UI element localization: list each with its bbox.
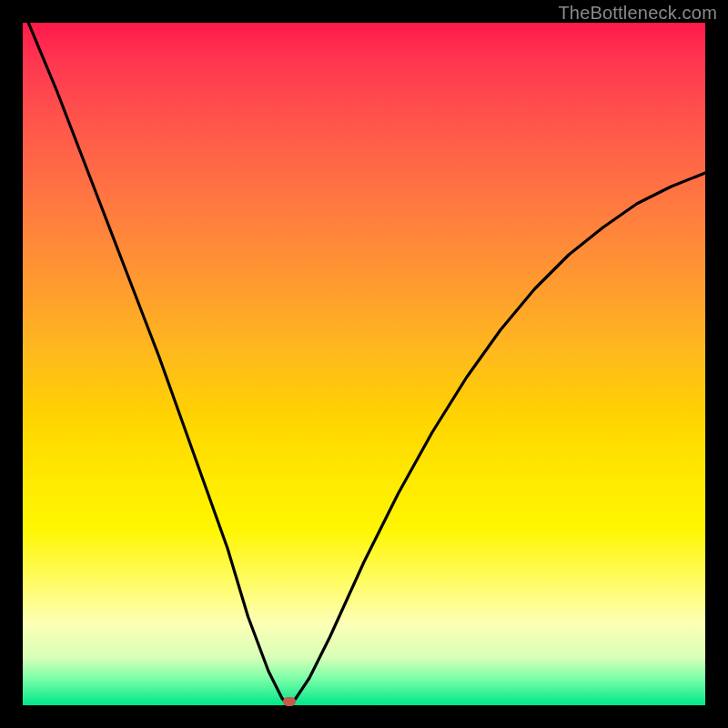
plot-area bbox=[23, 23, 705, 705]
bottleneck-curve bbox=[23, 23, 705, 705]
watermark-text: TheBottleneck.com bbox=[558, 3, 717, 24]
minimum-marker bbox=[283, 697, 296, 706]
curve-layer bbox=[23, 23, 705, 705]
chart-frame: TheBottleneck.com bbox=[0, 0, 728, 728]
